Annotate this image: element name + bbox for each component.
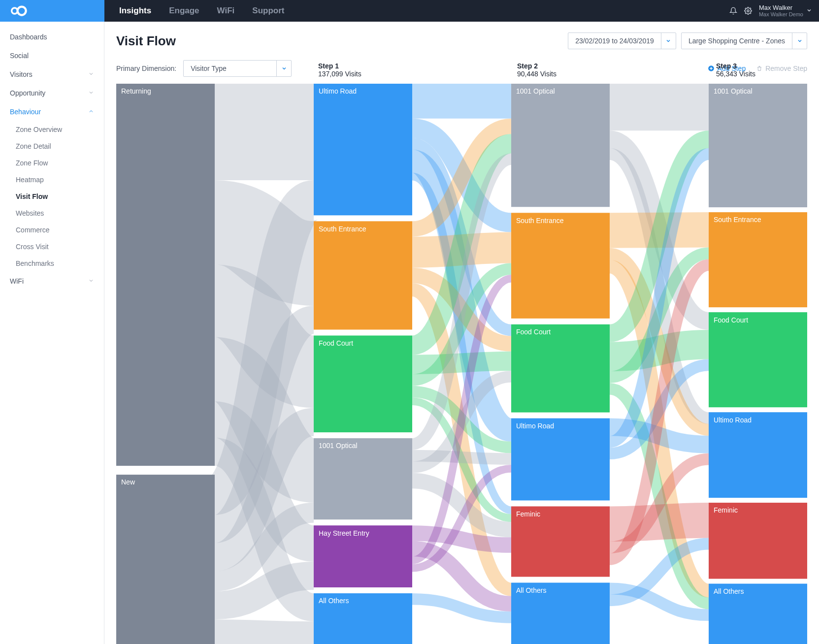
user-org: Max Walker Demo xyxy=(759,11,803,17)
sankey-node-label: Feminic xyxy=(516,510,540,518)
sankey-node[interactable] xyxy=(511,419,610,501)
sankey-node-label: Feminic xyxy=(714,506,738,514)
nav-tab-insights[interactable]: Insights xyxy=(110,0,160,22)
brand-logo[interactable] xyxy=(0,0,104,22)
sankey-node[interactable] xyxy=(314,336,412,433)
primary-dimension-value: Visitor Type xyxy=(184,64,276,72)
sidebar-subitem-zone-overview[interactable]: Zone Overview xyxy=(0,121,104,138)
sidebar-subitem-cross-visit[interactable]: Cross Visit xyxy=(0,238,104,255)
sankey-node-label: Hay Street Entry xyxy=(319,529,369,537)
sidebar-item-dashboards[interactable]: Dashboards xyxy=(0,28,104,46)
sankey-node[interactable] xyxy=(511,84,610,207)
location-value: Large Shopping Centre - Zones xyxy=(682,37,792,45)
sankey-node[interactable] xyxy=(116,475,215,644)
sankey-node-label: All Others xyxy=(319,597,349,605)
user-menu[interactable]: Max Walker Max Walker Demo xyxy=(759,4,812,17)
sidebar-item-visitors[interactable]: Visitors xyxy=(0,65,104,84)
sankey-node-label: Ultimo Road xyxy=(714,416,752,424)
chevron-up-icon xyxy=(88,108,94,116)
chevron-down-icon xyxy=(276,61,291,76)
notifications-icon[interactable] xyxy=(729,7,737,15)
location-select[interactable]: Large Shopping Centre - Zones xyxy=(681,32,807,49)
sankey-node[interactable] xyxy=(116,84,215,466)
svg-point-2 xyxy=(747,10,749,12)
sankey-node-label: Food Court xyxy=(319,339,353,347)
main-content: Visit Flow 23/02/2019 to 24/03/2019 Larg… xyxy=(104,22,819,644)
settings-gear-icon[interactable] xyxy=(744,7,752,15)
sankey-node[interactable] xyxy=(511,213,610,319)
sankey-node[interactable] xyxy=(709,312,807,407)
sankey-node-label: 1001 Optical xyxy=(714,87,753,95)
sidebar-subitem-visit-flow[interactable]: Visit Flow xyxy=(0,188,104,205)
remove-step-button: Remove Step xyxy=(756,64,807,72)
sankey-node-label: All Others xyxy=(516,586,546,594)
sidebar-item-wifi[interactable]: WiFi xyxy=(0,272,104,290)
add-step-button[interactable]: Add Step xyxy=(708,64,746,72)
user-name: Max Walker xyxy=(759,4,803,11)
sidebar-subitem-heatmap[interactable]: Heatmap xyxy=(0,171,104,188)
brand-logo-icon xyxy=(11,4,28,17)
sidebar-item-opportunity[interactable]: Opportunity xyxy=(0,84,104,102)
sankey-node-label: Returning xyxy=(121,87,151,95)
primary-dimension-select[interactable]: Visitor Type xyxy=(183,60,292,77)
sankey-node[interactable] xyxy=(709,212,807,307)
sankey-link[interactable] xyxy=(610,345,709,357)
chevron-down-icon xyxy=(806,7,812,15)
chevron-down-icon xyxy=(88,90,94,97)
sankey-node[interactable] xyxy=(314,438,412,519)
sankey-node-label: Food Court xyxy=(516,328,551,336)
primary-dimension-label: Primary Dimension: xyxy=(116,64,176,72)
sankey-chart: Step 1137,099 VisitsStep 290,448 VisitsS… xyxy=(116,84,807,644)
nav-tabs: InsightsEngageWiFiSupport xyxy=(104,0,293,22)
sankey-node[interactable] xyxy=(709,84,807,207)
sankey-node-label: All Others xyxy=(714,587,744,595)
sidebar: DashboardsSocialVisitorsOpportunityBehav… xyxy=(0,22,104,644)
date-range-select[interactable]: 23/02/2019 to 24/03/2019 xyxy=(568,32,676,49)
plus-circle-icon xyxy=(708,65,715,72)
sidebar-subitem-benchmarks[interactable]: Benchmarks xyxy=(0,255,104,272)
sankey-node-label: Food Court xyxy=(714,316,748,324)
chevron-down-icon xyxy=(88,278,94,285)
sidebar-subitem-websites[interactable]: Websites xyxy=(0,205,104,222)
date-range-value: 23/02/2019 to 24/03/2019 xyxy=(568,37,661,45)
page-title: Visit Flow xyxy=(116,33,176,49)
sankey-node[interactable] xyxy=(314,221,412,329)
nav-tab-support[interactable]: Support xyxy=(243,0,293,22)
sankey-link[interactable] xyxy=(610,520,709,524)
trash-icon xyxy=(756,65,762,72)
sankey-node-label: South Entrance xyxy=(319,225,366,233)
sankey-node[interactable] xyxy=(314,84,412,215)
sankey-link[interactable] xyxy=(412,361,511,365)
sankey-node[interactable] xyxy=(709,412,807,498)
sankey-node-label: South Entrance xyxy=(516,217,564,225)
sankey-node-label: 1001 Optical xyxy=(516,87,555,95)
sankey-link[interactable] xyxy=(215,632,314,634)
sidebar-item-social[interactable]: Social xyxy=(0,46,104,65)
sidebar-item-behaviour[interactable]: Behaviour xyxy=(0,102,104,121)
sankey-node-label: Ultimo Road xyxy=(516,422,554,430)
chevron-down-icon xyxy=(792,33,807,49)
sankey-node[interactable] xyxy=(511,324,610,413)
sidebar-subitem-commerce[interactable]: Commerce xyxy=(0,222,104,238)
chevron-down-icon xyxy=(88,71,94,78)
topbar: InsightsEngageWiFiSupport Max Walker Max… xyxy=(0,0,819,22)
svg-point-1 xyxy=(18,7,26,15)
sankey-node-label: New xyxy=(121,478,135,486)
sidebar-subitem-zone-flow[interactable]: Zone Flow xyxy=(0,155,104,171)
sankey-node-label: South Entrance xyxy=(714,216,761,224)
chevron-down-icon xyxy=(661,33,676,49)
sankey-node-label: Ultimo Road xyxy=(319,87,357,95)
nav-tab-wifi[interactable]: WiFi xyxy=(208,0,244,22)
nav-tab-engage[interactable]: Engage xyxy=(160,0,208,22)
sankey-node-label: 1001 Optical xyxy=(319,442,358,450)
sidebar-subitem-zone-detail[interactable]: Zone Detail xyxy=(0,138,104,155)
